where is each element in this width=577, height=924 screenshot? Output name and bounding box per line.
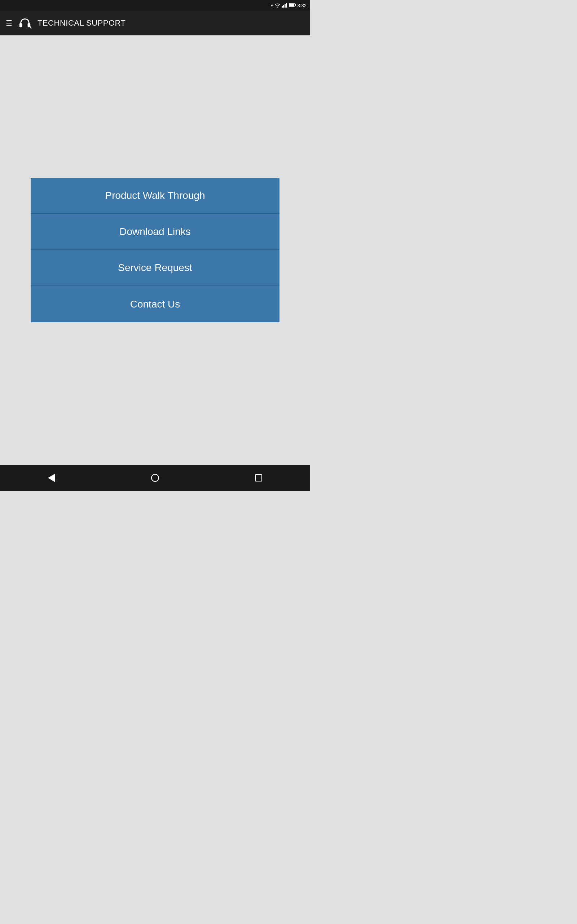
app-title: TECHNICAL SUPPORT (37, 18, 126, 28)
location-icon: ▾ (271, 3, 273, 8)
svg-rect-1 (283, 5, 284, 8)
recent-icon (255, 474, 262, 481)
battery-icon (289, 3, 296, 8)
svg-rect-7 (19, 23, 23, 27)
headset-icon (18, 16, 32, 30)
service-request-button[interactable]: Service Request (31, 250, 279, 286)
buttons-container: Product Walk Through Download Links Serv… (31, 178, 279, 322)
wifi-icon (274, 3, 280, 9)
hamburger-icon[interactable]: ☰ (6, 19, 12, 27)
headset-icon-wrap (17, 16, 32, 31)
main-content: Product Walk Through Download Links Serv… (0, 36, 310, 465)
back-button[interactable] (37, 467, 66, 489)
home-button[interactable] (141, 467, 169, 489)
svg-rect-2 (285, 4, 285, 8)
svg-rect-0 (282, 6, 283, 8)
home-icon (151, 474, 159, 482)
status-bar: ▾ 8:32 (0, 0, 310, 11)
product-walk-through-button[interactable]: Product Walk Through (31, 178, 279, 214)
svg-rect-6 (289, 3, 294, 6)
recent-apps-button[interactable] (244, 467, 273, 489)
nav-bar (0, 465, 310, 491)
svg-rect-3 (286, 3, 287, 8)
back-icon (48, 473, 55, 482)
download-links-button[interactable]: Download Links (31, 214, 279, 250)
app-bar: ☰ TECHNICAL SUPPORT (0, 11, 310, 36)
status-time: 8:32 (298, 3, 306, 8)
svg-rect-5 (295, 4, 296, 6)
contact-us-button[interactable]: Contact Us (31, 286, 279, 322)
signal-icon (282, 3, 287, 9)
status-icons: ▾ 8:32 (271, 3, 306, 9)
